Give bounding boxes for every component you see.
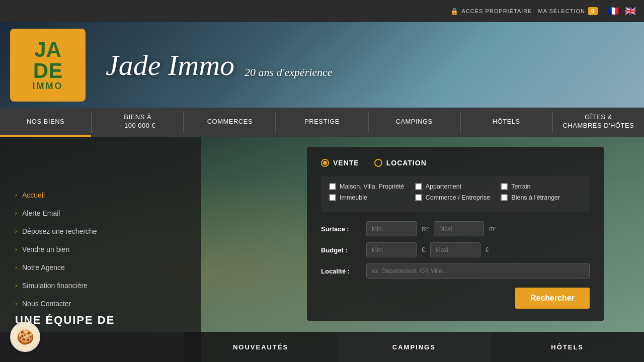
search-panel: VENTE LOCATION Maison, Villa, Propriété … bbox=[307, 147, 604, 321]
header-title: Jade Immo bbox=[106, 48, 234, 82]
sidebar-item-contact[interactable]: › Nous Contacter bbox=[15, 295, 186, 313]
arrow-icon-deposez: › bbox=[15, 228, 17, 235]
sidebar-label-contact: Nous Contacter bbox=[22, 300, 71, 308]
localite-input[interactable] bbox=[366, 263, 590, 279]
localite-label: Localité : bbox=[321, 267, 361, 275]
bottom-tab-campings[interactable]: CAMPINGS bbox=[337, 332, 491, 362]
surface-mini-input[interactable] bbox=[366, 221, 417, 236]
cb-maison[interactable] bbox=[329, 183, 336, 190]
selection-link[interactable]: MA SÉLECTION 0 bbox=[538, 7, 598, 15]
cookie-icon: 🍪 bbox=[17, 329, 34, 345]
flag-french[interactable]: 🇫🇷 bbox=[608, 6, 619, 17]
cb-maison-label: Maison, Villa, Propriété bbox=[340, 183, 404, 190]
cb-terrain[interactable] bbox=[501, 183, 508, 190]
arrow-icon-accueil: › bbox=[15, 192, 17, 199]
cb-terrain-label: Terrain bbox=[511, 183, 530, 190]
lock-icon: 🔒 bbox=[450, 8, 459, 15]
cb-immeuble[interactable] bbox=[329, 194, 336, 201]
cb-etranger-label: Biens à l'étranger bbox=[511, 194, 560, 201]
checkboxes-grid: Maison, Villa, Propriété Appartement Ter… bbox=[321, 176, 590, 212]
nav-item-biens-100k[interactable]: Biens à- 100 000 € bbox=[92, 108, 183, 137]
radio-vente[interactable]: VENTE bbox=[321, 159, 359, 167]
surface-row: Surface : m² m² bbox=[321, 221, 590, 236]
budget-mini-unit: € bbox=[422, 246, 425, 253]
search-button[interactable]: Rechercher bbox=[515, 288, 590, 309]
top-bar: 🔒 ACCÈS PROPRIÉTAIRE MA SÉLECTION 0 🇫🇷 🇬… bbox=[0, 0, 644, 22]
sidebar-label-alerte: Alerte Email bbox=[22, 209, 60, 217]
logo-box[interactable]: JA DE IMMO bbox=[10, 29, 86, 102]
bottom-tab-nouveautes[interactable]: NOUVEAUTÉS bbox=[184, 332, 338, 362]
checkbox-etranger[interactable]: Biens à l'étranger bbox=[501, 194, 582, 201]
selection-count: 0 bbox=[588, 7, 598, 15]
sidebar-item-deposez[interactable]: › Déposez une recherche bbox=[15, 222, 186, 240]
nav-item-gites[interactable]: Gîtes &Chambres d'Hôtes bbox=[553, 108, 644, 137]
radio-group: VENTE LOCATION bbox=[321, 159, 590, 167]
sidebar-item-simulation[interactable]: › Simulation financière bbox=[15, 277, 186, 295]
selection-label: MA SÉLECTION bbox=[538, 8, 585, 14]
logo-de: DE bbox=[33, 59, 62, 82]
header: JA DE IMMO Jade Immo 20 ans d'expérience bbox=[0, 22, 644, 108]
localite-row: Localité : bbox=[321, 263, 590, 279]
cb-appartement[interactable] bbox=[415, 183, 422, 190]
checkbox-immeuble[interactable]: Immeuble bbox=[329, 194, 410, 201]
cb-commerce[interactable] bbox=[415, 194, 422, 201]
sidebar-item-accueil[interactable]: › Accueil bbox=[15, 186, 186, 204]
nav-item-hotels[interactable]: Hôtels bbox=[461, 108, 552, 137]
nav-item-campings[interactable]: Campings bbox=[369, 108, 460, 137]
sidebar-item-alerte[interactable]: › Alerte Email bbox=[15, 204, 186, 222]
bottom-tabs: NOUVEAUTÉS CAMPINGS HÔTELS bbox=[0, 332, 644, 362]
cb-commerce-label: Commerce / Entreprise bbox=[426, 194, 491, 201]
budget-label: Budget : bbox=[321, 246, 361, 254]
radio-vente-label: VENTE bbox=[333, 159, 359, 167]
main-nav: Nos biens Biens à- 100 000 € Commerces P… bbox=[0, 108, 644, 137]
bottom-tab-nouveautes-label: NOUVEAUTÉS bbox=[233, 343, 288, 351]
surface-maxi-unit: m² bbox=[489, 225, 496, 232]
nav-item-commerces[interactable]: Commerces bbox=[184, 108, 275, 137]
checkbox-maison[interactable]: Maison, Villa, Propriété bbox=[329, 183, 410, 190]
radio-location-label: LOCATION bbox=[386, 159, 427, 167]
nav-item-nos-biens[interactable]: Nos biens bbox=[0, 108, 91, 137]
radio-vente-circle[interactable] bbox=[321, 159, 329, 167]
sidebar-label-simulation: Simulation financière bbox=[22, 282, 88, 290]
radio-location-circle[interactable] bbox=[374, 159, 382, 167]
bottom-tab-hotels-label: HÔTELS bbox=[551, 343, 584, 351]
checkbox-commerce[interactable]: Commerce / Entreprise bbox=[415, 194, 496, 201]
radio-location[interactable]: LOCATION bbox=[374, 159, 427, 167]
arrow-icon-contact: › bbox=[15, 300, 17, 307]
flag-english[interactable]: 🇬🇧 bbox=[625, 6, 636, 17]
arrow-icon-alerte: › bbox=[15, 210, 17, 217]
cb-appartement-label: Appartement bbox=[426, 183, 462, 190]
sidebar-label-accueil: Accueil bbox=[22, 191, 45, 199]
cb-immeuble-label: Immeuble bbox=[340, 194, 367, 201]
access-label: ACCÈS PROPRIÉTAIRE bbox=[462, 8, 532, 14]
surface-maxi-input[interactable] bbox=[434, 221, 484, 236]
logo-jade: JA DE bbox=[33, 39, 63, 81]
cookie-button[interactable]: 🍪 bbox=[10, 322, 40, 352]
surface-mini-unit: m² bbox=[422, 225, 429, 232]
surface-label: Surface : bbox=[321, 225, 361, 233]
bottom-tab-campings-label: CAMPINGS bbox=[392, 343, 436, 351]
cb-etranger[interactable] bbox=[501, 194, 508, 201]
budget-mini-input[interactable] bbox=[366, 242, 417, 257]
arrow-icon-vendre: › bbox=[15, 246, 17, 253]
search-btn-container: Rechercher bbox=[321, 285, 590, 309]
sidebar-item-vendre[interactable]: › Vendre un bien bbox=[15, 240, 186, 258]
checkbox-terrain[interactable]: Terrain bbox=[501, 183, 582, 190]
nav-item-prestige[interactable]: Prestige bbox=[276, 108, 367, 137]
sidebar-label-vendre: Vendre un bien bbox=[22, 245, 69, 253]
logo-immo: IMMO bbox=[33, 81, 63, 90]
sidebar-item-agence[interactable]: › Notre Agence bbox=[15, 258, 186, 277]
main-area: › Accueil › Alerte Email › Déposez une r… bbox=[0, 137, 644, 362]
budget-row: Budget : € € bbox=[321, 242, 590, 257]
logo-ja: JA bbox=[34, 38, 61, 61]
sidebar-label-deposez: Déposez une recherche bbox=[22, 227, 97, 235]
budget-maxi-unit: € bbox=[486, 246, 489, 253]
header-subtitle: 20 ans d'expérience bbox=[245, 66, 333, 79]
arrow-icon-simulation: › bbox=[15, 282, 17, 289]
bottom-tab-hotels[interactable]: HÔTELS bbox=[491, 332, 644, 362]
budget-maxi-input[interactable] bbox=[430, 242, 480, 257]
arrow-icon-agence: › bbox=[15, 264, 17, 271]
access-link[interactable]: 🔒 ACCÈS PROPRIÉTAIRE bbox=[450, 8, 532, 15]
logo-container: JA DE IMMO bbox=[10, 29, 86, 102]
checkbox-appartement[interactable]: Appartement bbox=[415, 183, 496, 190]
